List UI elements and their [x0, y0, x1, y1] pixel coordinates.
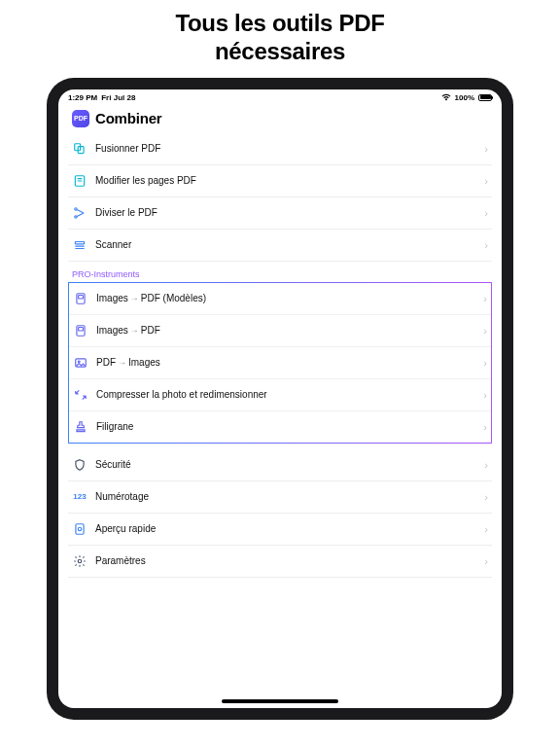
home-indicator [222, 699, 338, 703]
image-doc-icon [73, 291, 88, 306]
row-compress-resize[interactable]: Compresser la photo et redimensionner › [69, 379, 491, 411]
row-label: Diviser le PDF [95, 207, 476, 218]
scanner-icon [72, 237, 88, 253]
chevron-right-icon: › [484, 239, 488, 251]
chevron-right-icon: › [484, 491, 488, 503]
row-images-to-pdf[interactable]: Images→PDF › [69, 315, 491, 347]
row-label: Modifier les pages PDF [95, 175, 476, 186]
battery-icon [478, 94, 492, 101]
arrow-right-icon: → [128, 294, 141, 303]
chevron-right-icon: › [484, 207, 488, 219]
svg-point-13 [78, 527, 82, 531]
device-frame: 1:29 PM Fri Jul 28 100% PDF Combiner [47, 78, 513, 720]
row-preview[interactable]: Aperçu rapide › [68, 514, 492, 546]
row-label: PDF→Images [96, 357, 475, 368]
shield-icon [72, 457, 88, 473]
svg-rect-7 [79, 295, 84, 299]
row-label: Scanner [95, 239, 476, 250]
svg-rect-12 [76, 523, 84, 534]
row-label: Compresser la photo et redimensionner [96, 389, 475, 400]
row-images-to-pdf-templates[interactable]: Images→PDF (Modèles) › [69, 283, 491, 315]
split-icon [72, 205, 88, 221]
content: Fusionner PDF › Modifier les pages PDF ›… [58, 133, 502, 708]
chevron-right-icon: › [484, 555, 488, 567]
row-scanner[interactable]: Scanner › [68, 230, 492, 262]
row-label: Aperçu rapide [95, 523, 476, 534]
arrow-right-icon: → [128, 326, 141, 336]
row-label: Sécurité [95, 459, 476, 470]
svg-rect-9 [79, 327, 84, 331]
chevron-right-icon: › [483, 421, 487, 433]
row-label: Numérotage [95, 491, 476, 502]
row-settings[interactable]: Paramètres › [68, 546, 492, 578]
svg-point-4 [75, 216, 77, 218]
promo-line2: nécessaires [215, 38, 345, 64]
row-label: Fusionner PDF [95, 143, 476, 154]
promo-line1: Tous les outils PDF [175, 10, 384, 36]
chevron-right-icon: › [483, 325, 487, 337]
row-label: Paramètres [95, 555, 476, 566]
svg-rect-5 [75, 241, 84, 243]
row-watermark[interactable]: Filigrane › [69, 411, 491, 443]
app-header: PDF Combiner [58, 104, 502, 133]
status-bar: 1:29 PM Fri Jul 28 100% [58, 89, 502, 104]
gear-icon [72, 553, 88, 569]
row-label: Images→PDF [96, 325, 475, 336]
app-title: Combiner [95, 110, 161, 126]
status-date: Fri Jul 28 [101, 93, 135, 102]
pro-section: Images→PDF (Modèles) › Images→PDF › [68, 282, 492, 444]
wifi-icon [441, 93, 451, 101]
screen: 1:29 PM Fri Jul 28 100% PDF Combiner [58, 89, 502, 708]
merge-icon [72, 141, 88, 157]
svg-point-3 [75, 207, 77, 209]
arrow-right-icon: → [116, 358, 128, 368]
chevron-right-icon: › [484, 175, 488, 187]
app-icon: PDF [72, 110, 89, 127]
row-security[interactable]: Sécurité › [68, 449, 492, 481]
row-numbering[interactable]: 123 Numérotage › [68, 481, 492, 514]
edit-pages-icon [72, 173, 88, 189]
picture-icon [73, 355, 88, 371]
number-icon: 123 [72, 489, 88, 505]
chevron-right-icon: › [483, 389, 487, 401]
svg-point-11 [78, 361, 80, 363]
promo-headline: Tous les outils PDF nécessaires [0, 0, 560, 78]
row-edit-pages[interactable]: Modifier les pages PDF › [68, 165, 492, 197]
stamp-icon [73, 419, 88, 435]
row-label: Filigrane [96, 421, 475, 432]
row-split[interactable]: Diviser le PDF › [68, 197, 492, 230]
chevron-right-icon: › [484, 459, 488, 471]
row-merge[interactable]: Fusionner PDF › [68, 133, 492, 165]
row-label: Images→PDF (Modèles) [96, 293, 475, 303]
app-icon-label: PDF [74, 115, 88, 122]
preview-icon [72, 521, 88, 537]
image-doc-icon [73, 323, 88, 338]
chevron-right-icon: › [484, 143, 488, 155]
row-pdf-to-images[interactable]: PDF→Images › [69, 347, 491, 379]
compress-icon [73, 387, 88, 403]
status-battery-pct: 100% [455, 93, 474, 102]
svg-point-14 [78, 559, 82, 563]
status-time: 1:29 PM [68, 93, 97, 102]
chevron-right-icon: › [483, 293, 487, 304]
chevron-right-icon: › [484, 523, 488, 535]
pro-section-label: PRO-Instruments [68, 262, 492, 282]
chevron-right-icon: › [483, 357, 487, 369]
